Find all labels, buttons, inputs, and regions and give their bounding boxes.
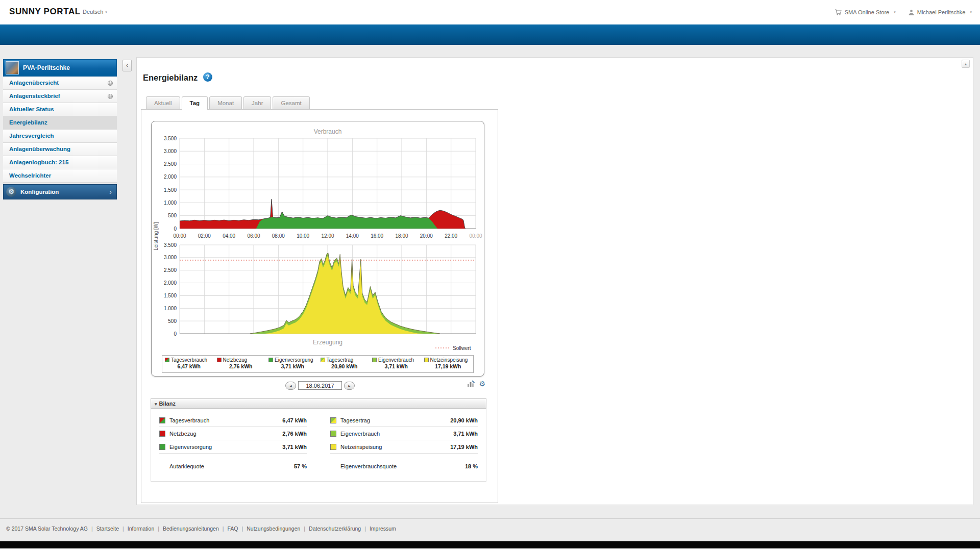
svg-text:3.000: 3.000 [164,255,177,260]
tab-bar: AktuellTagMonatJahrGesamt [146,96,310,110]
svg-text:08:00: 08:00 [272,233,285,239]
legend-label-row: Eigenverbrauch [372,357,421,363]
legend-swatch-green [268,358,273,362]
tab-aktuell[interactable]: Aktuell [146,96,180,109]
public-globe-icon [107,93,113,99]
legend-value: 17,19 kWh [424,364,473,369]
footer-link-faq[interactable]: FAQ [227,525,238,532]
sidebar-item-energiebilanz[interactable]: Energiebilanz [3,116,117,130]
svg-text:1.000: 1.000 [164,306,177,311]
sidebar-item-jahresvergleich[interactable]: Jahresvergleich [3,130,117,143]
public-globe-icon [107,80,113,86]
bilanz-panel: ▾Bilanz Tagesverbrauch6,47 kWhNetzbezug2… [151,398,486,482]
chart-tools: ⚙ [467,380,485,388]
bilanz-row-label: Netzeinspeisung [340,444,450,450]
bilanz-row-eigenverbrauch: Eigenverbrauch3,71 kWh [330,427,478,440]
bilanz-header[interactable]: ▾Bilanz [151,398,486,409]
svg-text:Erzeugung: Erzeugung [313,339,342,346]
sidebar-item-aktueller-status[interactable]: Aktueller Status [3,103,117,116]
tab-monat[interactable]: Monat [209,96,242,109]
chart-settings-icon[interactable]: ⚙ [479,380,485,388]
page-title: Energiebilanz [143,73,198,83]
tab-gesamt[interactable]: Gesamt [273,96,309,109]
svg-text:3.500: 3.500 [164,136,177,141]
legend-label-row: Netzeinspeisung [424,357,473,363]
bilanz-row-value: 3,71 kWh [453,431,478,437]
bilanz-row-netzbezug: Netzbezug2,76 kWh [159,427,307,440]
bilanz-left-column: Tagesverbrauch6,47 kWhNetzbezug2,76 kWhE… [159,414,307,473]
sidebar-item-konfiguration[interactable]: ⚙ Konfiguration › [3,184,117,199]
bilanz-row-value: 2,76 kWh [282,431,307,437]
chart-card: Verbrauch05001.0001.5002.0002.5003.0003.… [151,121,484,377]
sidebar-item-label: Anlagensteckbrief [9,93,60,99]
svg-text:04:00: 04:00 [223,233,235,239]
gear-icon: ⚙ [6,187,16,197]
next-day-button[interactable]: ► [344,382,355,390]
footer-link-startseite[interactable]: Startseite [96,525,119,532]
legend-swatch-yellow [424,358,429,362]
bilanz-title: Bilanz [159,400,176,407]
config-label: Konfiguration [20,189,59,195]
sidebar-item-label: Anlagenlogbuch: 215 [9,159,68,165]
svg-text:3.500: 3.500 [164,242,177,248]
bilanz-row-label: Netzbezug [169,431,282,437]
scroll-top-button[interactable]: ▲ [962,60,970,68]
bottom-white-strip [0,548,980,551]
help-icon[interactable]: ? [203,72,212,82]
sidebar-item-label: Wechselrichter [9,172,51,179]
bilanz-swatch-yellow [330,444,336,450]
footer-separator: | [91,525,93,532]
bilanz-row-value: 17,19 kWh [450,444,478,450]
bilanz-right-column: Tagesertrag20,90 kWhEigenverbrauch3,71 k… [330,414,478,473]
collapse-triangle-icon: ▾ [155,402,157,407]
footer-separator: | [304,525,305,532]
tab-jahr[interactable]: Jahr [243,96,271,109]
bilanz-quote-eigenverbrauchsquote: Eigenverbrauchsquote18 % [330,460,478,473]
bilanz-quote-value: 18 % [465,463,478,469]
footer-copyright: © 2017 SMA Solar Technology AG [6,525,88,532]
edit-chart-icon[interactable] [467,380,475,388]
bilanz-row-label: Tagesverbrauch [169,417,282,423]
sidebar-item-anlagenlogbuch-215[interactable]: Anlagenlogbuch: 215 [3,156,117,169]
legend-item-netzeinspeisung: Netzeinspeisung17,19 kWh [422,356,474,372]
date-input[interactable] [298,381,342,390]
user-menu[interactable]: Michael Perlitschke▾ [908,9,972,16]
svg-text:12:00: 12:00 [321,233,334,239]
bilanz-row-value: 6,47 kWh [282,417,307,423]
app-root: SUNNY PORTAL Deutsch▾ SMA Online Store▾ … [0,0,980,551]
prev-day-button[interactable]: ◄ [285,382,296,390]
svg-text:500: 500 [168,318,177,324]
sidebar-item-label: Energiebilanz [9,119,47,126]
svg-text:00:00: 00:00 [173,233,186,239]
sidebar-item-wechselrichter[interactable]: Wechselrichter [3,169,117,183]
bilanz-row-tagesverbrauch: Tagesverbrauch6,47 kWh [159,414,307,427]
sidebar-collapse-button[interactable]: ‹ [122,60,132,71]
footer-link-datenschutzerkl-rung[interactable]: Datenschutzerklärung [309,525,361,532]
chevron-down-icon: ▾ [894,10,896,14]
footer-link-nutzungsbedingungen[interactable]: Nutzungsbedingungen [247,525,300,532]
tab-tag[interactable]: Tag [182,96,208,110]
footer-separator: | [364,525,366,532]
svg-text:18:00: 18:00 [395,233,408,239]
legend-label-row: Tagesertrag [321,357,369,363]
legend-item-tagesverbrauch: Tagesverbrauch6,47 kWh [162,356,214,372]
footer-link-information[interactable]: Information [128,525,155,532]
header-right: SMA Online Store▾ Michael Perlitschke▾ [835,0,972,24]
legend-item-tagesertrag: Tagesertrag20,90 kWh [318,356,370,372]
svg-text:2.500: 2.500 [164,267,177,273]
sidebar-menu: AnlagenübersichtAnlagensteckbriefAktuell… [3,77,117,183]
sidebar-item-anlagen-berwachung[interactable]: Anlagenüberwachung [3,143,117,156]
plant-header[interactable]: PVA-Perlitschke [3,59,117,77]
legend-value: 20,90 kWh [321,364,369,369]
legend-swatch-red [217,358,222,362]
svg-text:2.000: 2.000 [164,174,177,180]
language-selector[interactable]: Deutsch▾ [83,9,107,15]
sidebar-item-label: Jahresvergleich [9,133,54,139]
online-store-link[interactable]: SMA Online Store▾ [835,9,896,16]
footer-link-impressum[interactable]: Impressum [370,525,396,532]
sidebar-item-anlagen-bersicht[interactable]: Anlagenübersicht [3,77,117,90]
footer-link-bedienungsanleitungen[interactable]: Bedienungsanleitungen [163,525,219,532]
legend-label: Netzbezug [223,357,248,363]
bilanz-row-label: Eigenversorgung [169,444,282,450]
sidebar-item-anlagensteckbrief[interactable]: Anlagensteckbrief [3,90,117,103]
